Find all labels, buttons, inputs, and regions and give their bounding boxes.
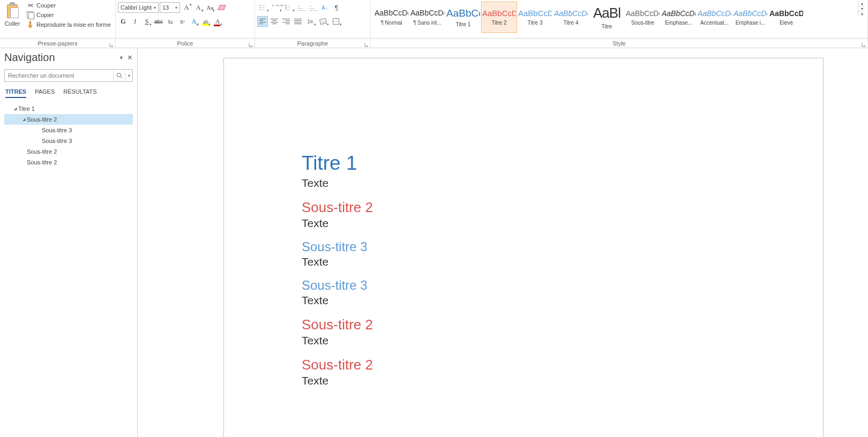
tab-titres[interactable]: TITRES	[5, 88, 26, 98]
nav-tree-item[interactable]: Sous-titre 3	[4, 135, 133, 146]
doc-titre3[interactable]: Sous-titre 3	[302, 278, 745, 293]
style-item--lev-[interactable]: AaBbCcDcÉlevé	[768, 2, 804, 33]
styles-scroll-down[interactable]: ▾	[858, 6, 865, 12]
doc-text[interactable]: Texte	[302, 255, 745, 268]
doc-titre2[interactable]: Sous-titre 2	[302, 199, 745, 216]
navigation-pane: Navigation ▼ ✕ ▾ TITRES PAGES RÉSULTATS …	[0, 48, 138, 437]
nav-tree-item[interactable]: Sous-titre 2	[4, 146, 133, 157]
line-spacing-button[interactable]: ‡≡	[304, 16, 316, 27]
style-item-sous-titre[interactable]: AaBbCcDcSous-titre	[625, 2, 661, 33]
doc-titre2[interactable]: Sous-titre 2	[302, 317, 745, 333]
doc-titre1[interactable]: Titre 1	[302, 152, 745, 175]
style-dialog-launcher[interactable]	[861, 41, 866, 46]
style-name-label: ¶Sans int...	[410, 19, 444, 26]
style-item-titre-4[interactable]: AaBbCcDcTitre 4	[553, 2, 589, 33]
align-left-button[interactable]	[257, 16, 268, 27]
group-font: Calibri Light ▾ 13 ▾ A A Aa G I S	[116, 0, 255, 38]
nav-tree-item[interactable]: Sous-titre 2	[4, 157, 133, 168]
scissors-icon	[27, 2, 34, 9]
style-name-label: Élevé	[769, 20, 803, 26]
align-right-button[interactable]	[281, 16, 291, 27]
search-options-button[interactable]: ▾	[125, 70, 132, 81]
style-item-emphase-i-[interactable]: AaBbCcDcEmphase i...	[732, 2, 768, 33]
decrease-indent-button[interactable]	[296, 2, 306, 13]
doc-titre3[interactable]: Sous-titre 3	[302, 239, 745, 254]
doc-text[interactable]: Texte	[302, 294, 745, 307]
doc-text[interactable]: Texte	[302, 334, 745, 347]
search-icon	[116, 72, 123, 79]
italic-button[interactable]: I	[130, 16, 140, 27]
tab-resultats[interactable]: RÉSULTATS	[63, 88, 96, 98]
font-size-combo[interactable]: 13 ▾	[160, 2, 180, 13]
show-marks-button[interactable]: ¶	[331, 2, 342, 13]
highlight-button[interactable]: ab	[200, 16, 211, 27]
font-color-button[interactable]: A	[212, 16, 223, 27]
doc-text[interactable]: Texte	[302, 374, 745, 387]
style-item-accentuat-[interactable]: AaBbCcDcAccentuat...	[697, 2, 732, 33]
bullets-button[interactable]	[257, 2, 269, 13]
style-item-titre[interactable]: AaBlTitre	[589, 2, 625, 33]
paste-button[interactable]: Coller	[2, 1, 23, 28]
tree-toggle-icon[interactable]: ◢	[20, 117, 27, 122]
style-item-titre-2[interactable]: AaBbCcDTitre 2	[481, 2, 517, 33]
nav-search-box: ▾	[4, 69, 133, 82]
paragraph-dialog-launcher[interactable]	[364, 41, 369, 46]
tree-toggle-icon[interactable]: ◢	[12, 107, 18, 111]
ribbon: Coller Couper Copier Reproduire la mise …	[0, 0, 868, 39]
superscript-button[interactable]: x	[177, 16, 188, 27]
text-effects-button[interactable]: A	[189, 16, 199, 27]
tree-item-label: Sous-titre 2	[27, 148, 131, 155]
styles-more-button[interactable]: ▾	[858, 12, 865, 17]
style-preview: AaBbCcDc	[554, 9, 588, 18]
cut-button[interactable]: Couper	[26, 1, 112, 10]
style-item-titre-3[interactable]: AaBbCcDTitre 3	[517, 2, 553, 33]
strikethrough-button[interactable]: abc	[153, 16, 164, 27]
search-input[interactable]	[5, 70, 113, 81]
clear-formatting-button[interactable]	[216, 2, 227, 13]
doc-titre2[interactable]: Sous-titre 2	[302, 357, 745, 373]
nav-tree-item[interactable]: Sous-titre 3	[4, 125, 133, 135]
style-name-label: Accentuat...	[698, 20, 731, 26]
style-item--sans-int-[interactable]: AaBbCcDc¶Sans int...	[409, 2, 445, 33]
copy-button[interactable]: Copier	[26, 11, 112, 19]
tab-pages[interactable]: PAGES	[35, 88, 55, 98]
doc-text[interactable]: Texte	[302, 177, 745, 190]
format-painter-button[interactable]: Reproduire la mise en forme	[26, 20, 112, 29]
styles-scroll-up[interactable]: ▴	[858, 1, 865, 6]
change-case-button[interactable]: Aa	[205, 2, 215, 13]
style-item-emphase-[interactable]: AaBbCcDcEmphase...	[661, 2, 697, 33]
clipboard-dialog-launcher[interactable]	[109, 41, 114, 46]
svg-line-1	[121, 77, 122, 78]
search-button[interactable]	[113, 70, 125, 81]
grow-font-button[interactable]: A	[181, 2, 192, 13]
multilevel-list-button[interactable]	[283, 2, 295, 13]
style-name-label: Titre 1	[446, 21, 480, 27]
chevron-down-icon: ▾	[175, 5, 177, 10]
align-center-button[interactable]	[269, 16, 280, 27]
nav-options-button[interactable]: ▼	[119, 55, 124, 61]
bold-button[interactable]: G	[118, 16, 129, 27]
underline-button[interactable]: S	[141, 16, 152, 27]
align-justify-button[interactable]	[293, 16, 303, 27]
style-name-label: Titre	[590, 24, 624, 29]
shading-button[interactable]	[317, 16, 329, 27]
increase-indent-button[interactable]	[308, 2, 318, 13]
numbering-button[interactable]	[270, 2, 282, 13]
nav-tree-item[interactable]: ◢Sous-titre 2	[4, 114, 133, 125]
doc-text[interactable]: Texte	[302, 217, 745, 230]
chevron-down-icon: ▾	[154, 5, 156, 10]
subscript-button[interactable]: x	[165, 16, 176, 27]
shrink-font-button[interactable]: A	[193, 2, 204, 13]
font-dialog-launcher[interactable]	[248, 41, 253, 46]
style-item-titre-1[interactable]: AaBbCcTitre 1	[445, 2, 481, 33]
nav-close-button[interactable]: ✕	[127, 54, 133, 62]
document-area[interactable]: Titre 1TexteSous-titre 2TexteSous-titre …	[138, 48, 868, 437]
group-label-clipboard: Presse-papiers	[0, 39, 116, 48]
document-page[interactable]: Titre 1TexteSous-titre 2TexteSous-titre …	[223, 58, 824, 437]
font-size-value: 13	[162, 4, 169, 11]
sort-button[interactable]: A↓	[319, 2, 330, 13]
style-item--normal[interactable]: AaBbCcDc¶Normal	[373, 2, 409, 33]
borders-button[interactable]	[330, 16, 342, 27]
font-name-combo[interactable]: Calibri Light ▾	[118, 2, 159, 13]
nav-tree-item[interactable]: ◢Titre 1	[4, 103, 133, 114]
